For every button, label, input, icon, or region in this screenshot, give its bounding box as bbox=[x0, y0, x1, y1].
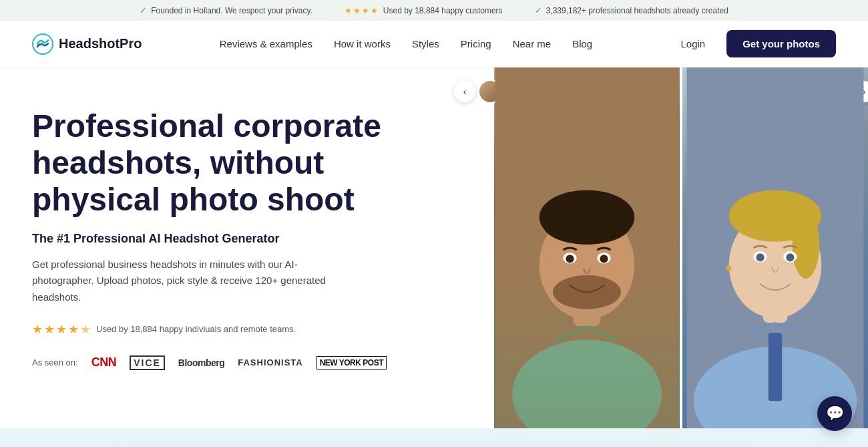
svg-point-12 bbox=[553, 275, 621, 309]
hero-description: Get professional business headshots in m… bbox=[32, 257, 353, 306]
banner-text-3: 3,339,182+ professional headshots alread… bbox=[546, 6, 728, 15]
check-icon-1: ✓ bbox=[140, 5, 147, 15]
chat-bubble[interactable]: 💬 bbox=[817, 396, 852, 431]
arrow-left[interactable]: ‹ bbox=[454, 81, 475, 102]
top-banner: ✓ Founded in Holland. We respect your pr… bbox=[0, 0, 868, 21]
navbar: HeadshotPro Reviews & examples How it wo… bbox=[0, 21, 868, 67]
nav-blog[interactable]: Blog bbox=[572, 38, 592, 49]
svg-point-1 bbox=[41, 42, 45, 46]
hero-image-woman: › bbox=[682, 67, 868, 428]
get-photos-button[interactable]: Get your photos bbox=[726, 30, 836, 57]
rating-stars: ★ ★ ★ ★ ★ bbox=[32, 322, 91, 337]
hero-section: Professional corporate headshots, withou… bbox=[0, 67, 868, 428]
nav-how-it-works[interactable]: How it works bbox=[334, 38, 391, 49]
svg-point-20 bbox=[792, 210, 819, 279]
logo-text: HeadshotPro bbox=[59, 36, 142, 51]
star-2: ★ bbox=[44, 322, 55, 337]
chat-icon: 💬 bbox=[826, 405, 844, 422]
svg-point-3 bbox=[512, 340, 662, 428]
vice-logo: VICE bbox=[130, 355, 165, 370]
star-5: ★ bbox=[80, 322, 91, 337]
svg-point-10 bbox=[566, 255, 574, 263]
brand-logos: CNN VICE Bloomberg FASHIONISTA NEW YORK … bbox=[91, 355, 387, 370]
svg-point-11 bbox=[600, 255, 608, 263]
banner-stars: ★★★★ bbox=[345, 6, 379, 15]
hero-title: Professional corporate headshots, withou… bbox=[32, 108, 402, 218]
svg-rect-15 bbox=[769, 333, 782, 401]
nav-links: Reviews & examples How it works Styles P… bbox=[220, 38, 593, 50]
banner-item-3: ✓ 3,339,182+ professional headshots alre… bbox=[535, 5, 728, 15]
as-seen-label: As seen on: bbox=[32, 357, 78, 367]
nav-reviews[interactable]: Reviews & examples bbox=[220, 38, 312, 49]
check-icon-3: ✓ bbox=[535, 5, 542, 15]
logo-icon bbox=[32, 33, 53, 55]
svg-point-24 bbox=[786, 253, 794, 261]
svg-point-23 bbox=[756, 253, 764, 261]
svg-point-25 bbox=[726, 265, 732, 271]
form-section: Company name Team size Create your team … bbox=[0, 428, 868, 447]
fashionista-logo: FASHIONISTA bbox=[238, 357, 302, 367]
nypost-logo: NEW YORK POST bbox=[316, 356, 387, 369]
hero-images: ‹ bbox=[494, 67, 868, 428]
banner-text-1: Founded in Holland. We respect your priv… bbox=[151, 6, 312, 15]
star-3: ★ bbox=[56, 322, 67, 337]
nav-actions: Login Get your photos bbox=[670, 30, 836, 57]
logo[interactable]: HeadshotPro bbox=[32, 33, 142, 55]
hero-rating: ★ ★ ★ ★ ★ Used by 18,884 happy indiviual… bbox=[32, 322, 402, 337]
login-button[interactable]: Login bbox=[670, 33, 716, 55]
rating-text: Used by 18,884 happy indiviuals and remo… bbox=[96, 324, 296, 334]
hero-content: Professional corporate headshots, withou… bbox=[0, 67, 434, 428]
bloomberg-logo: Bloomberg bbox=[178, 357, 224, 368]
star-1: ★ bbox=[32, 322, 43, 337]
banner-item-1: ✓ Founded in Holland. We respect your pr… bbox=[140, 5, 312, 15]
man-portrait-svg bbox=[494, 67, 680, 428]
nav-pricing[interactable]: Pricing bbox=[461, 38, 491, 49]
nav-styles[interactable]: Styles bbox=[412, 38, 439, 49]
as-seen-section: As seen on: CNN VICE Bloomberg FASHIONIS… bbox=[32, 355, 402, 370]
svg-rect-4 bbox=[574, 285, 601, 326]
hero-subtitle: The #1 Professional AI Headshot Generato… bbox=[32, 232, 402, 246]
woman-portrait-svg bbox=[682, 67, 868, 428]
svg-point-7 bbox=[543, 204, 631, 245]
hero-image-man: ‹ bbox=[494, 67, 680, 428]
star-4: ★ bbox=[68, 322, 79, 337]
banner-item-2: ★★★★ Used by 18,884 happy customers bbox=[345, 6, 503, 15]
banner-text-2: Used by 18,884 happy customers bbox=[383, 6, 503, 15]
cnn-logo: CNN bbox=[91, 355, 117, 369]
nav-near-me[interactable]: Near me bbox=[513, 38, 552, 49]
